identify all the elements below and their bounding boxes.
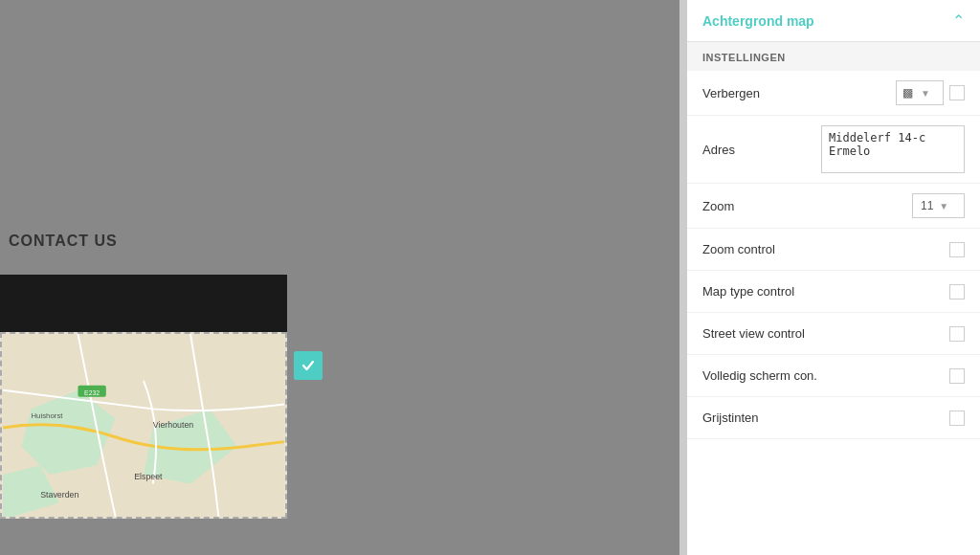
volledig-scherm-check — [949, 368, 965, 384]
setting-row-grijstinten: Grijstinten — [687, 397, 980, 439]
settings-area: Verbergen ▩ ▼ Adres Middelerf 14-c Ermel… — [687, 71, 980, 555]
street-view-control-check — [949, 326, 965, 342]
verbergen-checkbox[interactable] — [949, 85, 965, 100]
grijstinten-checkbox[interactable] — [949, 411, 965, 426]
setting-label-adres: Adres — [702, 143, 735, 157]
zoom-value: 11 — [921, 199, 933, 212]
contact-label: CONTACT US — [9, 233, 118, 250]
zoom-control-check — [949, 242, 965, 257]
volledig-scherm-checkbox[interactable] — [949, 368, 965, 384]
svg-text:Huishorst: Huishorst — [31, 411, 63, 420]
map-type-control-check — [949, 284, 965, 300]
panel-title: Achtergrond map — [702, 13, 814, 29]
canvas-area: CONTACT US s E232 Huishorst rden Vierhou… — [0, 0, 679, 555]
zoom-dd-arrow: ▼ — [939, 201, 948, 211]
confirm-button[interactable] — [294, 351, 323, 380]
verbergen-control: ▩ ▼ — [896, 80, 965, 105]
dark-strip: s — [0, 275, 287, 332]
grijstinten-check — [949, 411, 965, 426]
right-panel: Achtergrond map ⌃ INSTELLINGEN Verbergen… — [687, 0, 980, 555]
verbergen-dropdown[interactable]: ▩ ▼ — [896, 80, 944, 105]
svg-text:Staverden: Staverden — [40, 490, 78, 500]
setting-row-zoom-control: Zoom control — [687, 229, 980, 271]
setting-label-grijstinten: Grijstinten — [702, 411, 759, 425]
panel-divider — [679, 0, 687, 555]
collapse-icon[interactable]: ⌃ — [952, 11, 965, 30]
section-label: INSTELLINGEN — [687, 42, 980, 71]
setting-label-map-type-control: Map type control — [702, 284, 794, 299]
setting-label-street-view-control: Street view control — [702, 326, 805, 341]
setting-row-map-type-control: Map type control — [687, 271, 980, 313]
svg-text:E232: E232 — [84, 389, 100, 396]
zoom-control-checkbox[interactable] — [949, 242, 965, 257]
setting-label-volledig-scherm: Volledig scherm con. — [702, 368, 817, 383]
street-view-control-checkbox[interactable] — [949, 326, 965, 342]
setting-row-verbergen: Verbergen ▩ ▼ — [687, 71, 980, 116]
setting-row-volledig-scherm: Volledig scherm con. — [687, 355, 980, 397]
svg-text:Elspeet: Elspeet — [134, 472, 163, 481]
map-type-control-checkbox[interactable] — [949, 284, 965, 300]
panel-header: Achtergrond map ⌃ — [687, 0, 980, 42]
setting-label-zoom-control: Zoom control — [702, 242, 775, 256]
zoom-control-wrapper: 11 ▼ — [912, 193, 965, 218]
verbergen-dd-arrow: ▼ — [921, 88, 930, 99]
map-preview: E232 Huishorst rden Vierhouten Staverden… — [0, 332, 287, 519]
adres-input[interactable]: Middelerf 14-c Ermelo — [821, 125, 965, 173]
zoom-dropdown[interactable]: 11 ▼ — [912, 193, 965, 218]
setting-row-street-view-control: Street view control — [687, 313, 980, 355]
setting-label-zoom: Zoom — [702, 199, 734, 213]
svg-text:Vierhouten: Vierhouten — [153, 420, 193, 430]
adres-control: Middelerf 14-c Ermelo — [821, 125, 965, 173]
setting-label-verbergen: Verbergen — [702, 86, 760, 100]
verbergen-dd-icon: ▩ — [902, 86, 913, 100]
setting-row-adres: Adres Middelerf 14-c Ermelo — [687, 116, 980, 184]
setting-row-zoom: Zoom 11 ▼ — [687, 184, 980, 229]
